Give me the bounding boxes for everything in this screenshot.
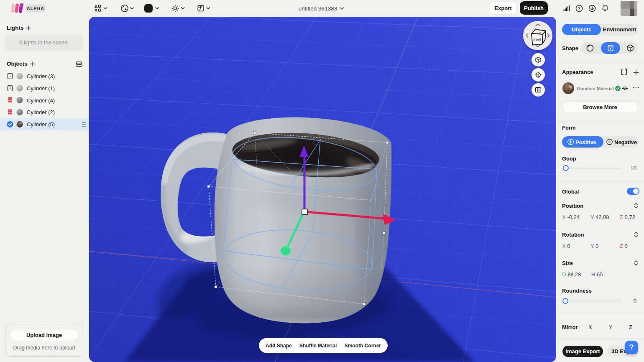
svg-text:?: ?	[578, 6, 580, 11]
svg-text:rear: rear	[539, 31, 542, 33]
svg-text:front: front	[533, 38, 541, 42]
